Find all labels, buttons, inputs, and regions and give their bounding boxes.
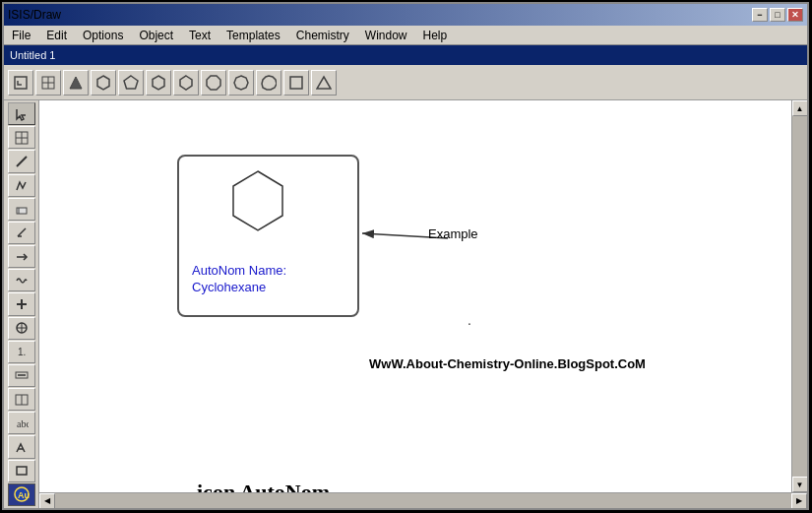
tool-bond[interactable] [8, 150, 35, 172]
tool-chain[interactable] [8, 174, 35, 197]
svg-marker-5 [97, 76, 109, 90]
menu-window[interactable]: Window [361, 28, 411, 43]
scroll-right-button[interactable]: ▶ [791, 493, 807, 509]
menu-chemistry[interactable]: Chemistry [292, 28, 353, 43]
autonom-name-label: AutoNom Name: [192, 263, 286, 278]
svg-text:abc: abc [17, 418, 29, 429]
tool-lasso[interactable] [8, 126, 35, 149]
svg-marker-8 [180, 76, 192, 90]
svg-marker-11 [262, 76, 277, 90]
tool-shape[interactable] [8, 435, 35, 458]
svg-line-20 [18, 228, 26, 236]
menu-file[interactable]: File [8, 28, 34, 43]
tool-select[interactable] [8, 102, 35, 125]
close-button[interactable]: ✕ [787, 8, 803, 22]
svg-rect-35 [17, 467, 27, 475]
cyclohexane-label: Cyclohexane [192, 280, 266, 294]
icon-autonom-label: icon AutoNom [197, 480, 330, 492]
tool-wave[interactable] [8, 269, 35, 291]
svg-text:1.: 1. [18, 347, 26, 357]
title-bar: ISIS/Draw − □ ✕ [4, 4, 807, 26]
toolbar-nonagon[interactable] [228, 70, 254, 96]
toolbar-select[interactable] [8, 70, 33, 96]
tool-text[interactable]: abc [8, 412, 35, 434]
menu-edit[interactable]: Edit [42, 28, 71, 43]
maximize-button[interactable]: □ [770, 8, 785, 22]
tool-plus[interactable] [8, 292, 35, 315]
menu-bar: File Edit Options Object Text Templates … [4, 26, 807, 45]
app-window: ISIS/Draw − □ ✕ File Edit Options Object… [2, 2, 809, 510]
tool-ring[interactable] [8, 222, 35, 244]
toolbar-hexagon[interactable] [91, 70, 116, 96]
canvas-scroll-area: AutoNom Name: Cyclohexane Example . [39, 100, 807, 492]
tool-rectangle[interactable] [8, 460, 35, 482]
scroll-down-button[interactable]: ▼ [792, 477, 808, 492]
menu-options[interactable]: Options [79, 28, 127, 43]
arrow-svg [39, 100, 791, 492]
title-buttons: − □ ✕ [752, 8, 803, 22]
menu-templates[interactable]: Templates [222, 28, 284, 43]
toolbar-hexagon2[interactable] [146, 70, 171, 96]
scroll-track-v[interactable] [792, 116, 807, 477]
hexagon-svg [219, 166, 297, 245]
svg-marker-42 [233, 171, 282, 230]
right-scrollbar: ▲ ▼ [791, 100, 807, 492]
svg-rect-12 [290, 77, 302, 89]
svg-marker-10 [234, 76, 248, 90]
canvas[interactable]: AutoNom Name: Cyclohexane Example . [39, 100, 791, 492]
menu-text[interactable]: Text [185, 28, 215, 43]
svg-marker-7 [153, 76, 164, 90]
toolbar-triangle[interactable] [63, 70, 89, 96]
website-label: WwW.About-Chemistry-Online.BlogSpot.CoM [369, 356, 646, 371]
bottom-scrollbar: ◀ ▶ [39, 492, 807, 508]
svg-marker-4 [70, 77, 82, 89]
svg-marker-6 [124, 76, 138, 89]
example-label: Example [428, 226, 478, 241]
scroll-track-h[interactable] [55, 493, 791, 509]
toolbar-grid[interactable] [35, 70, 61, 96]
tool-num[interactable]: 1. [8, 341, 35, 363]
tool-circle[interactable] [8, 317, 35, 340]
svg-marker-13 [317, 77, 331, 89]
scroll-left-button[interactable]: ◀ [39, 493, 55, 509]
toolbar [4, 65, 807, 100]
toolbar-heptagon[interactable] [173, 70, 199, 96]
menu-help[interactable]: Help [419, 28, 452, 43]
toolbar-decagon[interactable] [256, 70, 281, 96]
left-toolbar: 1. abc Au [4, 100, 39, 508]
svg-marker-9 [207, 76, 220, 90]
svg-text:Au: Au [18, 490, 30, 500]
toolbar-pentagon[interactable] [118, 70, 144, 96]
menu-object[interactable]: Object [135, 28, 177, 43]
minimize-button[interactable]: − [752, 8, 768, 22]
scroll-up-button[interactable]: ▲ [792, 100, 808, 116]
tool-erase[interactable] [8, 198, 35, 221]
tool-minus[interactable] [8, 364, 35, 387]
tool-bracket[interactable] [8, 388, 35, 411]
toolbar-square[interactable] [283, 70, 309, 96]
svg-rect-0 [15, 77, 27, 89]
canvas-container: AutoNom Name: Cyclohexane Example . [39, 100, 807, 508]
doc-title-bar: Untitled 1 [4, 45, 807, 65]
main-area: 1. abc Au [4, 100, 807, 508]
doc-title: Untitled 1 [10, 49, 55, 61]
tool-arrow[interactable] [8, 245, 35, 268]
toolbar-octagon[interactable] [201, 70, 226, 96]
tool-auonom[interactable]: Au [8, 483, 35, 506]
toolbar-tri2[interactable] [311, 70, 337, 96]
svg-line-17 [17, 157, 27, 166]
app-title: ISIS/Draw [8, 8, 61, 22]
dot: . [468, 312, 471, 328]
